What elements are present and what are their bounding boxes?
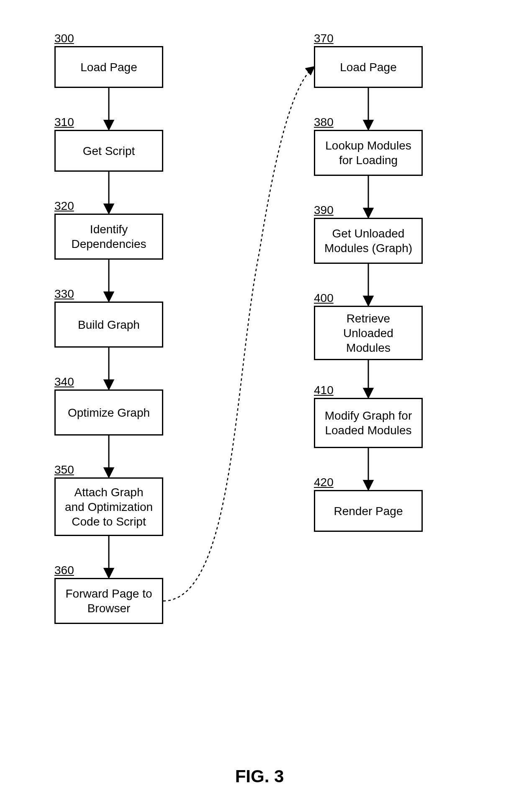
left-label-310: Get Script bbox=[83, 144, 135, 158]
right-label-400: RetrieveUnloadedModules bbox=[343, 311, 393, 355]
right-label-410: Modify Graph forLoaded Modules bbox=[325, 408, 412, 438]
right-ref-390: 390 bbox=[314, 204, 334, 217]
left-box-300: Load Page bbox=[54, 46, 163, 88]
right-box-400: RetrieveUnloadedModules bbox=[314, 306, 423, 360]
left-ref-310: 310 bbox=[54, 116, 74, 129]
right-ref-410: 410 bbox=[314, 384, 334, 397]
right-ref-400: 400 bbox=[314, 291, 334, 305]
left-ref-350: 350 bbox=[54, 463, 74, 477]
right-ref-380: 380 bbox=[314, 116, 334, 129]
right-label-420: Render Page bbox=[334, 504, 403, 518]
right-box-370: Load Page bbox=[314, 46, 423, 88]
left-ref-320: 320 bbox=[54, 199, 74, 213]
right-ref-370: 370 bbox=[314, 32, 334, 45]
left-label-360: Forward Page toBrowser bbox=[66, 586, 152, 616]
left-ref-300: 300 bbox=[54, 32, 74, 45]
left-ref-360: 360 bbox=[54, 564, 74, 577]
right-label-390: Get UnloadedModules (Graph) bbox=[324, 226, 412, 255]
left-label-340: Optimize Graph bbox=[68, 405, 150, 420]
left-ref-340: 340 bbox=[54, 375, 74, 389]
right-label-370: Load Page bbox=[340, 60, 396, 75]
right-ref-420: 420 bbox=[314, 476, 334, 489]
left-box-320: IdentifyDependencies bbox=[54, 214, 163, 260]
right-box-420: Render Page bbox=[314, 490, 423, 532]
left-label-350: Attach Graphand OptimizationCode to Scri… bbox=[65, 485, 153, 529]
right-box-380: Lookup Modulesfor Loading bbox=[314, 130, 423, 176]
left-ref-330: 330 bbox=[54, 287, 74, 301]
right-label-380: Lookup Modulesfor Loading bbox=[325, 138, 411, 168]
left-box-330: Build Graph bbox=[54, 302, 163, 348]
left-box-340: Optimize Graph bbox=[54, 389, 163, 436]
right-box-410: Modify Graph forLoaded Modules bbox=[314, 398, 423, 448]
left-box-310: Get Script bbox=[54, 130, 163, 172]
left-box-350: Attach Graphand OptimizationCode to Scri… bbox=[54, 477, 163, 536]
left-label-320: IdentifyDependencies bbox=[71, 222, 146, 251]
left-label-300: Load Page bbox=[80, 60, 137, 75]
left-box-360: Forward Page toBrowser bbox=[54, 578, 163, 624]
right-box-390: Get UnloadedModules (Graph) bbox=[314, 218, 423, 264]
flowchart-canvas: 300Load Page310Get Script320IdentifyDepe… bbox=[0, 0, 519, 812]
figure-caption: FIG. 3 bbox=[0, 766, 519, 786]
left-label-330: Build Graph bbox=[78, 317, 140, 332]
